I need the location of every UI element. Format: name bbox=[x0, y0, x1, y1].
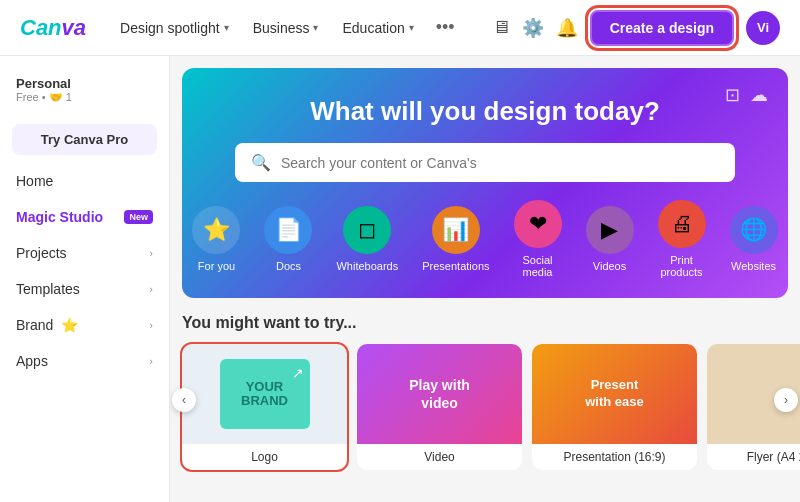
chevron-right-icon: › bbox=[149, 355, 153, 367]
sidebar: Personal Free • 🤝 1 Try Canva Pro Home M… bbox=[0, 56, 170, 502]
new-badge: New bbox=[124, 210, 153, 224]
sidebar-item-templates[interactable]: Templates › bbox=[0, 271, 169, 307]
main-nav: Design spotlight ▾ Business ▾ Education … bbox=[110, 11, 463, 44]
try-cards: ↗ YOURBRAND Logo Play withvideo bbox=[182, 344, 788, 470]
logo-card-image: ↗ YOURBRAND bbox=[182, 344, 347, 444]
resize-icon[interactable]: ⊡ bbox=[725, 84, 740, 106]
presentation-card-label: Presentation (16:9) bbox=[532, 444, 697, 470]
category-social-media[interactable]: ❤ Social media bbox=[514, 200, 562, 278]
docs-icon: 📄 bbox=[264, 206, 312, 254]
sidebar-item-home[interactable]: Home bbox=[0, 163, 169, 199]
try-card-video[interactable]: Play withvideo Video bbox=[357, 344, 522, 470]
hero-actions: ⊡ ☁ bbox=[725, 84, 768, 106]
search-bar: 🔍 bbox=[235, 143, 735, 182]
try-section: You might want to try... ‹ ↗ YOURBRAND bbox=[170, 298, 800, 478]
search-input[interactable] bbox=[281, 155, 719, 171]
main-layout: Personal Free • 🤝 1 Try Canva Pro Home M… bbox=[0, 56, 800, 502]
websites-icon: 🌐 bbox=[730, 206, 778, 254]
star-icon: ⭐ bbox=[61, 317, 78, 333]
social-media-icon: ❤ bbox=[514, 200, 562, 248]
chevron-down-icon: ▾ bbox=[313, 22, 318, 33]
nav-more-button[interactable]: ••• bbox=[428, 11, 463, 44]
sidebar-item-magic-studio[interactable]: Magic Studio New bbox=[0, 199, 169, 235]
for-you-icon: ⭐ bbox=[192, 206, 240, 254]
account-name: Personal bbox=[16, 76, 153, 91]
presentations-icon: 📊 bbox=[432, 206, 480, 254]
sidebar-nav: Home Magic Studio New Projects › Templat… bbox=[0, 163, 169, 379]
canva-logo[interactable]: Canva bbox=[20, 15, 86, 41]
category-docs[interactable]: 📄 Docs bbox=[264, 206, 312, 272]
category-print-products[interactable]: 🖨 Print products bbox=[658, 200, 706, 278]
chevron-down-icon: ▾ bbox=[409, 22, 414, 33]
whiteboards-icon: ◻ bbox=[343, 206, 391, 254]
chevron-right-icon: › bbox=[149, 247, 153, 259]
arrow-icon: ↗ bbox=[292, 365, 304, 381]
main-content: ⊡ ☁ What will you design today? 🔍 ⭐ For … bbox=[170, 56, 800, 502]
flyer-card-label: Flyer (A4 21 × 2 bbox=[707, 444, 800, 470]
sidebar-item-apps[interactable]: Apps › bbox=[0, 343, 169, 379]
try-section-title: You might want to try... bbox=[182, 314, 788, 332]
category-videos[interactable]: ▶ Videos bbox=[586, 206, 634, 272]
try-card-logo[interactable]: ↗ YOURBRAND Logo bbox=[182, 344, 347, 470]
print-icon: 🖨 bbox=[658, 200, 706, 248]
chevron-right-icon: › bbox=[149, 319, 153, 331]
search-icon: 🔍 bbox=[251, 153, 271, 172]
video-card-image: Play withvideo bbox=[357, 344, 522, 444]
presentation-card-image: Presentwith ease bbox=[532, 344, 697, 444]
prev-arrow-button[interactable]: ‹ bbox=[172, 388, 196, 412]
account-section: Personal Free • 🤝 1 bbox=[0, 72, 169, 116]
header: Canva Design spotlight ▾ Business ▾ Educ… bbox=[0, 0, 800, 56]
nav-business[interactable]: Business ▾ bbox=[243, 14, 329, 42]
category-for-you[interactable]: ⭐ For you bbox=[192, 206, 240, 272]
avatar[interactable]: Vi bbox=[746, 11, 780, 45]
next-arrow-button[interactable]: › bbox=[774, 388, 798, 412]
chevron-down-icon: ▾ bbox=[224, 22, 229, 33]
try-card-presentation[interactable]: Presentwith ease Presentation (16:9) bbox=[532, 344, 697, 470]
video-card-label: Video bbox=[357, 444, 522, 470]
upload-icon[interactable]: ☁ bbox=[750, 84, 768, 106]
try-canva-pro-button[interactable]: Try Canva Pro bbox=[12, 124, 157, 155]
try-cards-container: ‹ ↗ YOURBRAND Logo bbox=[182, 344, 788, 470]
category-presentations[interactable]: 📊 Presentations bbox=[422, 206, 489, 272]
videos-icon: ▶ bbox=[586, 206, 634, 254]
logo-card-label: Logo bbox=[182, 444, 347, 470]
category-whiteboards[interactable]: ◻ Whiteboards bbox=[336, 206, 398, 272]
hero-title: What will you design today? bbox=[214, 96, 756, 127]
account-sub: Free • 🤝 1 bbox=[16, 91, 153, 104]
header-right: 🖥 ⚙️ 🔔 Create a design Vi bbox=[492, 10, 780, 46]
category-websites[interactable]: 🌐 Websites bbox=[730, 206, 778, 272]
create-design-button[interactable]: Create a design bbox=[590, 10, 734, 46]
sidebar-item-brand[interactable]: Brand ⭐ › bbox=[0, 307, 169, 343]
sidebar-item-projects[interactable]: Projects › bbox=[0, 235, 169, 271]
bell-icon[interactable]: 🔔 bbox=[556, 17, 578, 39]
hero-banner: ⊡ ☁ What will you design today? 🔍 ⭐ For … bbox=[182, 68, 788, 298]
monitor-icon[interactable]: 🖥 bbox=[492, 17, 510, 38]
nav-education[interactable]: Education ▾ bbox=[332, 14, 423, 42]
nav-design-spotlight[interactable]: Design spotlight ▾ bbox=[110, 14, 239, 42]
gear-icon[interactable]: ⚙️ bbox=[522, 17, 544, 39]
category-list: ⭐ For you 📄 Docs ◻ Whiteboards 📊 Present… bbox=[214, 200, 756, 278]
chevron-right-icon: › bbox=[149, 283, 153, 295]
